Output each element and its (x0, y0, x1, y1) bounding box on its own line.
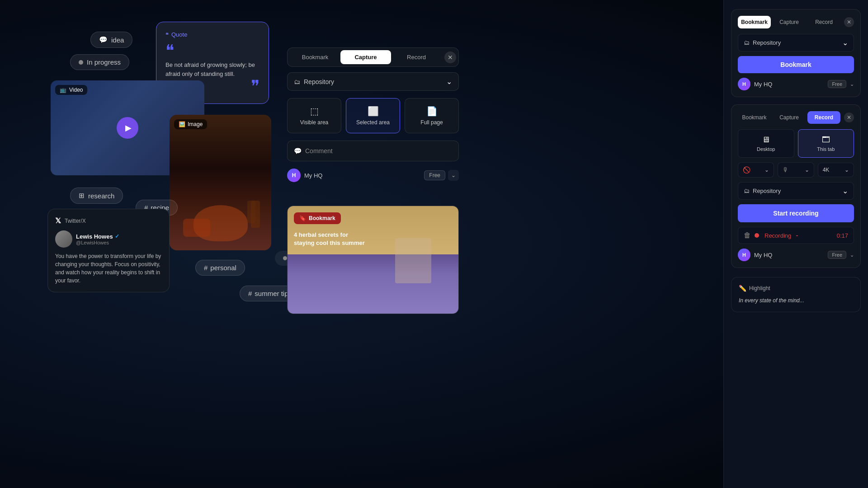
quote-tag: ❝ Quote (165, 31, 259, 38)
rp-start-recording-btn[interactable]: Start recording (738, 204, 854, 222)
rp-ctrl-chevron-1: ⌄ (764, 167, 769, 173)
rp-bookmark-btn[interactable]: Bookmark (738, 56, 854, 73)
recording-time: 0:17 (837, 232, 848, 239)
rp-repo-icon-1: 🗂 (744, 39, 750, 46)
rp-tabs-2: Bookmark Capture Record ✕ (738, 111, 854, 124)
chip-research[interactable]: ⊞ research (70, 188, 123, 204)
rp-repo-chevron-2: ⌄ (842, 187, 848, 195)
rp-recording-row: 🗑 Recording - 0:17 (738, 227, 854, 244)
rp-user-chevron-2[interactable]: ⌄ (850, 252, 854, 258)
verified-icon: ✓ (115, 233, 119, 239)
selected-area-icon: ⬜ (350, 106, 396, 117)
full-page-icon: 📄 (409, 106, 455, 117)
delete-recording-icon[interactable]: 🗑 (744, 231, 751, 239)
idea-icon: 💬 (99, 36, 108, 44)
middle-comment-box[interactable]: 💬 Comment (287, 141, 459, 161)
rp-repo-chevron-1: ⌄ (842, 38, 848, 47)
middle-user-avatar: H (287, 169, 301, 182)
tab-capture[interactable]: Capture (340, 50, 391, 64)
idea-label: idea (111, 36, 124, 44)
bookmark-tag: 🔖 Bookmark (294, 212, 341, 224)
rp-tab-capture-2[interactable]: Capture (773, 111, 806, 124)
rp-repo-icon-2: 🗂 (744, 188, 750, 194)
repository-label: Repository (304, 78, 334, 85)
recording-dot (755, 233, 759, 238)
open-quote-mark: ❝ (165, 42, 259, 59)
chip-personal[interactable]: # personal (195, 260, 245, 276)
rp-rec-desktop[interactable]: 🖥 Desktop (738, 129, 794, 158)
bookmark-tag-label: Bookmark (309, 215, 335, 221)
rp-record-options: 🖥 Desktop 🗔 This tab (738, 129, 854, 158)
research-label: research (88, 192, 114, 200)
twitter-card: 𝕏 Twitter/X Lewis Howes ✓ @LewisHowes Yo… (47, 209, 170, 292)
rp-repository-dropdown-1[interactable]: 🗂 Repository ⌄ (738, 34, 854, 52)
capture-selected-area[interactable]: ⬜ Selected area (346, 98, 400, 133)
rp-tab-record-2[interactable]: Record (807, 111, 840, 124)
highlight-card: ✏️ Highlight In every state of the mind.… (731, 277, 861, 312)
desktop-label: Desktop (742, 146, 790, 152)
rp-user-name-2: My HQ (754, 252, 772, 258)
rp-ctrl-chevron-2: ⌄ (805, 167, 809, 173)
bookmark-preview-text: 4 herbal secrets for staying cool this s… (294, 231, 366, 247)
twitter-username: Lewis Howes ✓ (76, 233, 162, 240)
middle-user-chevron[interactable]: ⌄ (448, 170, 459, 181)
capture-visible-area[interactable]: ⬚ Visible area (287, 98, 341, 133)
middle-repository-dropdown[interactable]: 🗂 Repository ⌄ (287, 72, 459, 91)
rp-tab-bookmark-1[interactable]: Bookmark (738, 16, 771, 28)
rp-close-1[interactable]: ✕ (844, 17, 854, 27)
twitter-handle: @LewisHowes (76, 240, 162, 245)
twitter-text: You have the power to transform your lif… (55, 252, 162, 285)
image-card: 🖼️ Image (170, 115, 271, 250)
rp-tab-record-1[interactable]: Record (807, 16, 840, 28)
rp-user-chevron-1[interactable]: ⌄ (850, 81, 854, 87)
rp-user-row-2: H My HQ Free ⌄ (738, 249, 854, 261)
rp-rec-thistab[interactable]: 🗔 This tab (798, 129, 854, 158)
chip-idea[interactable]: 💬 idea (90, 32, 132, 48)
mic-icon: 🎙 (783, 166, 789, 174)
summertip-hash-icon: # (248, 290, 252, 297)
capture-full-page[interactable]: 📄 Full page (405, 98, 459, 133)
rp-close-2[interactable]: ✕ (844, 113, 854, 122)
rp-repository-dropdown-2[interactable]: 🗂 Repository ⌄ (738, 182, 854, 200)
highlight-icon: ✏️ (739, 285, 746, 292)
middle-panel-close[interactable]: ✕ (444, 52, 456, 63)
highlight-label: Highlight (749, 285, 770, 291)
todo-dot (283, 256, 287, 260)
visible-area-icon: ⬚ (291, 106, 337, 117)
quality-label: 4K (823, 167, 830, 173)
video-icon: 📺 (60, 87, 66, 93)
image-tag: 🖼️ Image (174, 119, 207, 129)
rp-mic-dropdown[interactable]: 🚫 ⌄ (738, 162, 774, 178)
play-button[interactable]: ▶ (117, 117, 138, 139)
rp-tabs-1: Bookmark Capture Record ✕ (738, 16, 854, 28)
tab-record[interactable]: Record (391, 50, 442, 64)
tab-bookmark[interactable]: Bookmark (290, 50, 340, 64)
personal-label: personal (210, 264, 236, 272)
rp-ctrl-chevron-3: ⌄ (844, 167, 849, 173)
middle-free-badge: Free (424, 170, 445, 180)
comment-placeholder: Comment (305, 147, 333, 155)
quote-text: Be not afraid of growing slowly; be afra… (165, 61, 259, 78)
rp-repo-label-1: Repository (753, 39, 781, 46)
thistab-icon: 🗔 (802, 135, 850, 145)
rp-tab-capture-1[interactable]: Capture (773, 16, 806, 28)
rp-section-bookmark: Bookmark Capture Record ✕ 🗂 Repository ⌄… (731, 9, 861, 97)
middle-panel: Bookmark Capture Record ✕ 🗂 Repository ⌄… (287, 47, 459, 182)
desktop-icon: 🖥 (742, 135, 790, 145)
comment-icon: 💬 (294, 147, 302, 155)
rp-free-badge-1: Free (828, 80, 846, 88)
right-panel: Bookmark Capture Record ✕ 🗂 Repository ⌄… (723, 0, 868, 488)
rp-free-badge-2: Free (828, 251, 846, 259)
middle-footer: H My HQ Free ⌄ (287, 169, 459, 182)
chip-inprogress[interactable]: In progress (70, 54, 129, 70)
inprogress-dot (79, 60, 83, 65)
rp-audio-dropdown[interactable]: 🎙 ⌄ (778, 162, 814, 178)
repository-icon: 🗂 (294, 78, 300, 85)
rp-tab-bookmark-2[interactable]: Bookmark (738, 111, 771, 124)
middle-user-name: My HQ (304, 172, 322, 179)
visible-area-label: Visible area (291, 119, 337, 126)
bookmark-tag-icon: 🔖 (299, 215, 306, 221)
quote-icon: ❝ (165, 31, 169, 38)
rp-quality-dropdown[interactable]: 4K ⌄ (818, 163, 854, 177)
selected-area-label: Selected area (350, 119, 396, 126)
